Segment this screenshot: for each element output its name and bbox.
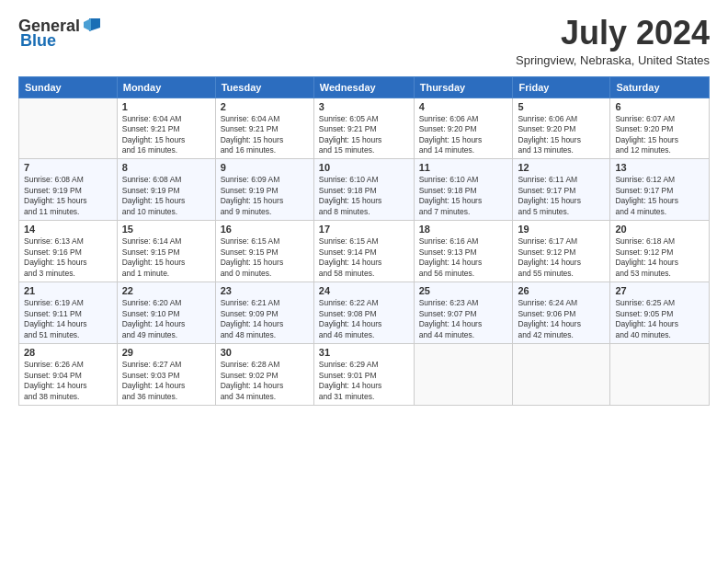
day-info: Sunrise: 6:10 AM Sunset: 9:18 PM Dayligh… <box>319 175 409 217</box>
day-number: 11 <box>419 162 508 173</box>
day-number: 27 <box>615 285 704 296</box>
table-row: 11Sunrise: 6:10 AM Sunset: 9:18 PM Dayli… <box>414 159 513 221</box>
table-row: 19Sunrise: 6:17 AM Sunset: 9:12 PM Dayli… <box>513 221 610 282</box>
day-number: 1 <box>122 101 210 112</box>
day-info: Sunrise: 6:24 AM Sunset: 9:06 PM Dayligh… <box>518 298 605 340</box>
day-info: Sunrise: 6:18 AM Sunset: 9:12 PM Dayligh… <box>615 236 704 279</box>
header: General Blue July 2024 Springview, Nebra… <box>18 15 710 67</box>
day-number: 16 <box>221 224 309 235</box>
table-row: 5Sunrise: 6:06 AM Sunset: 9:20 PM Daylig… <box>513 98 610 159</box>
calendar-header-saturday: Saturday <box>610 76 710 98</box>
logo-blue-text: Blue <box>20 31 56 51</box>
day-info: Sunrise: 6:22 AM Sunset: 9:08 PM Dayligh… <box>319 298 409 340</box>
day-info: Sunrise: 6:17 AM Sunset: 9:12 PM Dayligh… <box>518 236 605 279</box>
day-number: 30 <box>221 347 309 358</box>
day-info: Sunrise: 6:06 AM Sunset: 9:20 PM Dayligh… <box>419 114 508 156</box>
day-number: 8 <box>122 162 210 173</box>
table-row: 26Sunrise: 6:24 AM Sunset: 9:06 PM Dayli… <box>513 282 610 344</box>
calendar-header-thursday: Thursday <box>414 76 513 98</box>
table-row: 16Sunrise: 6:15 AM Sunset: 9:15 PM Dayli… <box>215 221 313 282</box>
day-number: 28 <box>24 347 112 358</box>
day-info: Sunrise: 6:11 AM Sunset: 9:17 PM Dayligh… <box>518 175 605 217</box>
table-row <box>19 98 118 159</box>
table-row: 9Sunrise: 6:09 AM Sunset: 9:19 PM Daylig… <box>215 159 313 221</box>
day-info: Sunrise: 6:19 AM Sunset: 9:11 PM Dayligh… <box>24 298 112 340</box>
day-number: 26 <box>518 285 605 296</box>
table-row: 20Sunrise: 6:18 AM Sunset: 9:12 PM Dayli… <box>610 221 710 282</box>
month-title: July 2024 <box>516 15 710 52</box>
calendar-header-monday: Monday <box>117 76 215 98</box>
table-row: 28Sunrise: 6:26 AM Sunset: 9:04 PM Dayli… <box>19 344 118 406</box>
day-number: 17 <box>319 224 409 235</box>
day-number: 29 <box>122 347 210 358</box>
day-info: Sunrise: 6:29 AM Sunset: 9:01 PM Dayligh… <box>319 360 409 402</box>
table-row: 30Sunrise: 6:28 AM Sunset: 9:02 PM Dayli… <box>215 344 313 406</box>
table-row: 23Sunrise: 6:21 AM Sunset: 9:09 PM Dayli… <box>215 282 313 344</box>
calendar-table: SundayMondayTuesdayWednesdayThursdayFrid… <box>18 76 710 406</box>
day-number: 13 <box>615 162 704 173</box>
day-number: 20 <box>615 224 704 235</box>
calendar-week-1: 1Sunrise: 6:04 AM Sunset: 9:21 PM Daylig… <box>19 98 710 159</box>
table-row <box>610 344 710 406</box>
day-info: Sunrise: 6:08 AM Sunset: 9:19 PM Dayligh… <box>122 175 210 217</box>
calendar-week-2: 7Sunrise: 6:08 AM Sunset: 9:19 PM Daylig… <box>19 159 710 221</box>
page: General Blue July 2024 Springview, Nebra… <box>0 0 728 563</box>
day-info: Sunrise: 6:20 AM Sunset: 9:10 PM Dayligh… <box>122 298 210 340</box>
table-row: 2Sunrise: 6:04 AM Sunset: 9:21 PM Daylig… <box>215 98 313 159</box>
calendar-header-wednesday: Wednesday <box>313 76 414 98</box>
table-row: 17Sunrise: 6:15 AM Sunset: 9:14 PM Dayli… <box>313 221 414 282</box>
table-row <box>513 344 610 406</box>
table-row: 6Sunrise: 6:07 AM Sunset: 9:20 PM Daylig… <box>610 98 710 159</box>
day-number: 18 <box>419 224 508 235</box>
day-info: Sunrise: 6:25 AM Sunset: 9:05 PM Dayligh… <box>615 298 704 340</box>
day-info: Sunrise: 6:10 AM Sunset: 9:18 PM Dayligh… <box>419 175 508 217</box>
table-row: 24Sunrise: 6:22 AM Sunset: 9:08 PM Dayli… <box>313 282 414 344</box>
day-number: 25 <box>419 285 508 296</box>
day-info: Sunrise: 6:09 AM Sunset: 9:19 PM Dayligh… <box>221 175 309 217</box>
day-info: Sunrise: 6:06 AM Sunset: 9:20 PM Dayligh… <box>518 114 605 156</box>
calendar-week-3: 14Sunrise: 6:13 AM Sunset: 9:16 PM Dayli… <box>19 221 710 282</box>
table-row: 3Sunrise: 6:05 AM Sunset: 9:21 PM Daylig… <box>313 98 414 159</box>
calendar-header-row: SundayMondayTuesdayWednesdayThursdayFrid… <box>19 76 710 98</box>
day-number: 15 <box>122 224 210 235</box>
day-info: Sunrise: 6:13 AM Sunset: 9:16 PM Dayligh… <box>24 236 112 279</box>
day-number: 6 <box>615 101 704 112</box>
calendar-week-4: 21Sunrise: 6:19 AM Sunset: 9:11 PM Dayli… <box>19 282 710 344</box>
table-row: 7Sunrise: 6:08 AM Sunset: 9:19 PM Daylig… <box>19 159 118 221</box>
table-row: 12Sunrise: 6:11 AM Sunset: 9:17 PM Dayli… <box>513 159 610 221</box>
day-number: 22 <box>122 285 210 296</box>
day-info: Sunrise: 6:16 AM Sunset: 9:13 PM Dayligh… <box>419 236 508 279</box>
day-number: 2 <box>221 101 309 112</box>
calendar-header-tuesday: Tuesday <box>215 76 313 98</box>
day-info: Sunrise: 6:12 AM Sunset: 9:17 PM Dayligh… <box>615 175 704 217</box>
table-row: 10Sunrise: 6:10 AM Sunset: 9:18 PM Dayli… <box>313 159 414 221</box>
day-number: 10 <box>319 162 409 173</box>
table-row: 13Sunrise: 6:12 AM Sunset: 9:17 PM Dayli… <box>610 159 710 221</box>
table-row: 18Sunrise: 6:16 AM Sunset: 9:13 PM Dayli… <box>414 221 513 282</box>
day-info: Sunrise: 6:23 AM Sunset: 9:07 PM Dayligh… <box>419 298 508 340</box>
day-info: Sunrise: 6:14 AM Sunset: 9:15 PM Dayligh… <box>122 236 210 279</box>
svg-marker-1 <box>84 18 91 31</box>
day-info: Sunrise: 6:07 AM Sunset: 9:20 PM Dayligh… <box>615 114 704 156</box>
table-row: 21Sunrise: 6:19 AM Sunset: 9:11 PM Dayli… <box>19 282 118 344</box>
day-number: 23 <box>221 285 309 296</box>
calendar-week-5: 28Sunrise: 6:26 AM Sunset: 9:04 PM Dayli… <box>19 344 710 406</box>
day-number: 5 <box>518 101 605 112</box>
day-info: Sunrise: 6:15 AM Sunset: 9:15 PM Dayligh… <box>221 236 309 279</box>
title-block: July 2024 Springview, Nebraska, United S… <box>516 15 710 67</box>
day-number: 21 <box>24 285 112 296</box>
table-row: 14Sunrise: 6:13 AM Sunset: 9:16 PM Dayli… <box>19 221 118 282</box>
calendar-header-friday: Friday <box>513 76 610 98</box>
day-number: 3 <box>319 101 409 112</box>
logo: General Blue <box>18 15 102 51</box>
location: Springview, Nebraska, United States <box>516 53 710 67</box>
day-number: 19 <box>518 224 605 235</box>
day-number: 14 <box>24 224 112 235</box>
day-number: 12 <box>518 162 605 173</box>
table-row <box>414 344 513 406</box>
table-row: 15Sunrise: 6:14 AM Sunset: 9:15 PM Dayli… <box>117 221 215 282</box>
day-number: 4 <box>419 101 508 112</box>
table-row: 29Sunrise: 6:27 AM Sunset: 9:03 PM Dayli… <box>117 344 215 406</box>
day-info: Sunrise: 6:04 AM Sunset: 9:21 PM Dayligh… <box>221 114 309 156</box>
table-row: 8Sunrise: 6:08 AM Sunset: 9:19 PM Daylig… <box>117 159 215 221</box>
